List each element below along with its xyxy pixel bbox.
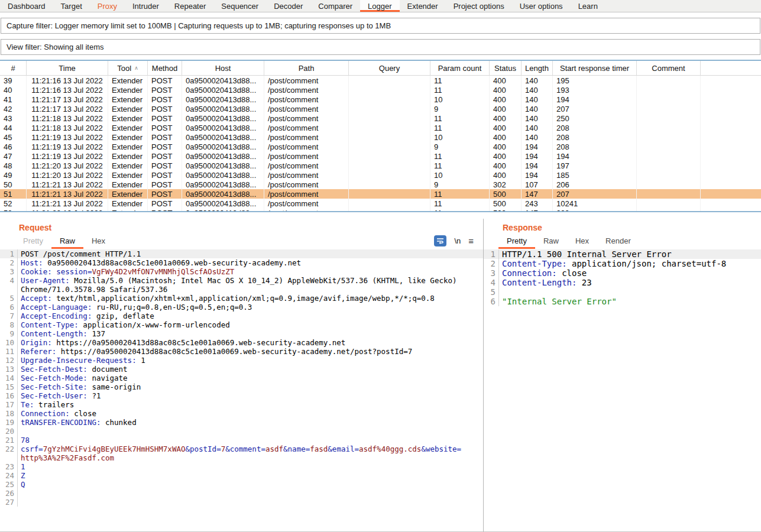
editor-line: 231 xyxy=(0,462,483,471)
view-filter-bar[interactable]: View filter: Showing all items xyxy=(1,39,760,55)
response-tab-pretty[interactable]: Pretty xyxy=(498,233,535,249)
cell-param_count: 10 xyxy=(430,95,490,104)
request-tab-raw[interactable]: Raw xyxy=(51,233,83,249)
cell-timer: 197 xyxy=(553,161,637,170)
line-content: Content-Type: application/x-www-form-url… xyxy=(18,320,483,329)
table-row[interactable]: 5111:21:21 13 Jul 2022ExtenderPOST0a9500… xyxy=(0,189,761,199)
cell-time: 11:21:20 13 Jul 2022 xyxy=(27,170,108,180)
column-header-timer[interactable]: Start response timer xyxy=(553,61,637,75)
nonprinting-chars-icon[interactable]: \n xyxy=(454,236,461,245)
table-row[interactable]: 4011:21:16 13 Jul 2022ExtenderPOST0a9500… xyxy=(0,85,761,95)
line-number: 4 xyxy=(0,276,18,285)
editor-line: 11Referer: https://0a9500020413d88ac08c5… xyxy=(0,347,483,356)
top-tab-intruder[interactable]: Intruder xyxy=(125,0,167,12)
cell-status: 302 xyxy=(490,180,522,189)
top-tab-target[interactable]: Target xyxy=(53,0,90,12)
column-label-timer: Start response timer xyxy=(560,64,629,73)
column-label-query: Query xyxy=(379,64,400,73)
top-tab-learn[interactable]: Learn xyxy=(571,0,605,12)
cell-method: POST xyxy=(148,151,182,161)
editor-line: 2178 xyxy=(0,436,483,445)
cell-num: 45 xyxy=(0,132,27,142)
wrap-lines-icon[interactable] xyxy=(434,235,446,246)
cell-query xyxy=(349,76,430,85)
table-row[interactable]: 4411:21:18 13 Jul 2022ExtenderPOST0a9500… xyxy=(0,123,761,132)
request-tab-pretty[interactable]: Pretty xyxy=(15,233,51,249)
syntax-segment: Cookie: xyxy=(21,267,52,276)
top-tab-repeater[interactable]: Repeater xyxy=(167,0,213,12)
cell-method: POST xyxy=(148,142,182,151)
top-tab-proxy[interactable]: Proxy xyxy=(90,0,125,12)
syntax-segment: fasd xyxy=(310,445,328,453)
editor-menu-icon[interactable]: ≡ xyxy=(468,236,474,246)
cell-query xyxy=(349,85,430,95)
request-panel: Request PrettyRawHex \n ≡ 1POST /post/co… xyxy=(0,219,484,532)
cell-path: /post/comment xyxy=(264,151,349,161)
line-number: 23 xyxy=(0,462,18,471)
top-tab-extender[interactable]: Extender xyxy=(400,0,446,12)
editor-line: 3Connection: close xyxy=(484,268,761,278)
column-header-param_count[interactable]: Param count xyxy=(430,61,490,75)
column-header-path[interactable]: Path xyxy=(264,61,349,75)
column-header-tool[interactable]: Tool∧ xyxy=(108,61,148,75)
burp-logger-window: DashboardTargetProxyIntruderRepeaterSequ… xyxy=(0,0,761,532)
table-row[interactable]: 4111:21:17 13 Jul 2022ExtenderPOST0a9500… xyxy=(0,95,761,104)
syntax-segment: Accept: xyxy=(21,294,52,303)
editor-line: 22csrf=7gYzhMCiFvi4gBEyUEEk7HmHSHM7xWAO&… xyxy=(0,445,483,453)
column-header-comment[interactable]: Comment xyxy=(637,61,701,75)
table-row[interactable]: 4911:21:20 13 Jul 2022ExtenderPOST0a9500… xyxy=(0,170,761,180)
cell-comment xyxy=(637,161,701,170)
cell-timer: 206 xyxy=(553,180,637,189)
request-editor[interactable]: 1POST /post/comment HTTP/1.12Host: 0a950… xyxy=(0,249,483,532)
cell-comment xyxy=(637,189,701,199)
top-tab-sequencer[interactable]: Sequencer xyxy=(213,0,266,12)
cell-tool: Extender xyxy=(108,76,148,85)
table-row[interactable]: 5211:21:21 13 Jul 2022ExtenderPOST0a9500… xyxy=(0,199,761,208)
editor-line: 3Cookie: session=VgFWy4D2vMfON7vMNMhjQlS… xyxy=(0,267,483,276)
response-tab-hex[interactable]: Hex xyxy=(567,233,597,249)
table-row[interactable]: 4611:21:19 13 Jul 2022ExtenderPOST0a9500… xyxy=(0,142,761,151)
cell-filler xyxy=(701,113,761,123)
line-number: 21 xyxy=(0,436,18,445)
syntax-segment: csrf= xyxy=(21,445,43,453)
cell-num: 51 xyxy=(0,189,27,199)
editor-line: 26 xyxy=(0,489,483,498)
column-header-host[interactable]: Host xyxy=(182,61,264,75)
response-tab-raw[interactable]: Raw xyxy=(535,233,567,249)
capture-filter-bar[interactable]: Capture filter: Logger memory limit set … xyxy=(1,18,760,34)
top-tab-logger[interactable]: Logger xyxy=(360,0,399,12)
top-tab-dashboard[interactable]: Dashboard xyxy=(0,0,53,12)
column-header-query[interactable]: Query xyxy=(349,61,430,75)
syntax-segment: Te: xyxy=(21,400,34,409)
top-tab-comparer[interactable]: Comparer xyxy=(310,0,360,12)
response-tab-render[interactable]: Render xyxy=(597,233,639,249)
request-tab-hex[interactable]: Hex xyxy=(83,233,114,249)
main-tab-bar: DashboardTargetProxyIntruderRepeaterSequ… xyxy=(0,0,761,12)
column-header-num[interactable]: # xyxy=(0,61,27,75)
column-header-time[interactable]: Time xyxy=(27,61,108,75)
line-content: tRANSFER-ENCODING: chunked xyxy=(18,418,483,427)
top-tab-decoder[interactable]: Decoder xyxy=(266,0,310,12)
table-row[interactable]: 4711:21:19 13 Jul 2022ExtenderPOST0a9500… xyxy=(0,151,761,161)
table-row[interactable]: 4511:21:19 13 Jul 2022ExtenderPOST0a9500… xyxy=(0,132,761,142)
cell-method: POST xyxy=(148,161,182,170)
cell-param_count: 11 xyxy=(430,189,490,199)
top-tab-user-options[interactable]: User options xyxy=(512,0,571,12)
column-header-status[interactable]: Status xyxy=(490,61,522,75)
table-row[interactable]: 4811:21:20 13 Jul 2022ExtenderPOST0a9500… xyxy=(0,161,761,170)
cell-comment xyxy=(637,170,701,180)
table-row[interactable]: 3911:21:16 13 Jul 2022ExtenderPOST0a9500… xyxy=(0,76,761,85)
table-row[interactable]: 4211:21:17 13 Jul 2022ExtenderPOST0a9500… xyxy=(0,104,761,113)
table-row[interactable]: 4311:21:18 13 Jul 2022ExtenderPOST0a9500… xyxy=(0,113,761,123)
column-header-length[interactable]: Length xyxy=(522,61,553,75)
line-content: Accept-Encoding: gzip, deflate xyxy=(18,312,483,320)
table-row[interactable]: 5311:21:22 13 Jul 2022ExtenderPOST0a9500… xyxy=(0,208,761,212)
syntax-segment: &name= xyxy=(283,445,310,453)
cell-path: /post/comment xyxy=(264,113,349,123)
column-header-method[interactable]: Method xyxy=(148,61,182,75)
top-tab-project-options[interactable]: Project options xyxy=(446,0,512,12)
syntax-segment: User-Agent: xyxy=(21,276,70,285)
response-editor[interactable]: 1HTTP/1.1 500 Internal Server Error2Cont… xyxy=(484,249,761,532)
line-content: Content-Length: 23 xyxy=(499,278,761,287)
table-row[interactable]: 5011:21:21 13 Jul 2022ExtenderPOST0a9500… xyxy=(0,180,761,189)
